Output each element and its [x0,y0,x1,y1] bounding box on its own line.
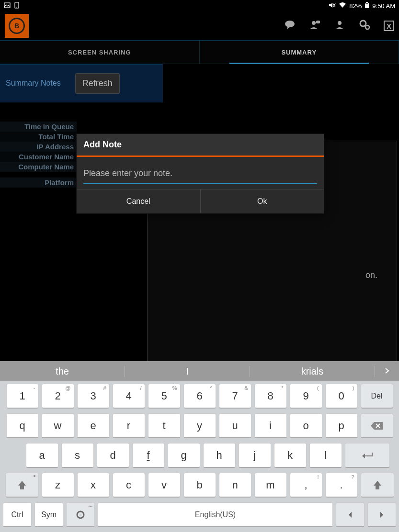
tabs: SCREEN SHARING SUMMARY [0,40,399,64]
key-i[interactable]: i [254,413,287,438]
key-h[interactable]: h [203,443,236,468]
key-3[interactable]: 3# [77,384,110,409]
clock-time: 9:50 AM [372,2,395,10]
person-badge-icon[interactable] [309,20,320,33]
key-l[interactable]: l [309,443,342,468]
key-2[interactable]: 2@ [42,384,74,409]
key-o[interactable]: o [290,413,322,438]
modal-title: Add Note [77,134,324,157]
key-del[interactable]: Del [361,384,393,409]
key-d[interactable]: d [97,443,129,468]
cancel-button[interactable]: Cancel [77,189,201,213]
key-y[interactable]: y [183,413,216,438]
close-button[interactable]: X [384,21,394,31]
settings-icon[interactable] [359,20,370,33]
key-1[interactable]: 1- [6,384,39,409]
summary-notes-label: Summary Notes [6,79,61,88]
mute-icon [328,2,336,10]
battery-percent: 82% [349,2,362,10]
add-note-modal: Add Note Cancel Ok [76,133,324,214]
key-shift-left[interactable] [5,473,39,498]
label-platform: Platform [45,178,74,187]
key-t[interactable]: t [148,413,181,438]
key-period[interactable]: .? [325,473,358,498]
key-settings[interactable]: ••• [66,502,95,527]
key-0[interactable]: 0) [325,384,358,409]
ok-button[interactable]: Ok [201,189,324,213]
tab-summary[interactable]: SUMMARY [200,41,399,64]
key-x[interactable]: x [77,473,110,498]
key-shift-right[interactable] [361,473,394,498]
key-z[interactable]: z [42,473,74,498]
svg-rect-7 [365,3,368,4]
suggestion-bar: the I krials [0,361,399,381]
key-v[interactable]: v [148,473,181,498]
key-c[interactable]: c [113,473,145,498]
label-customer-name: Customer Name [19,153,74,161]
svg-point-8 [285,21,295,27]
suggestion-2[interactable]: I [125,366,250,377]
key-right[interactable] [367,502,396,527]
key-k[interactable]: k [274,443,307,468]
key-enter[interactable] [345,443,390,468]
tab-screen-sharing[interactable]: SCREEN SHARING [0,41,200,64]
key-n[interactable]: n [219,473,251,498]
label-total-time: Total Time [38,133,74,141]
key-sym[interactable]: Sym [34,502,63,527]
suggestion-3[interactable]: krials [250,366,375,377]
key-r[interactable]: r [113,413,145,438]
label-computer-name: Computer Name [18,163,74,171]
key-9[interactable]: 9( [290,384,322,409]
key-w[interactable]: w [42,413,74,438]
key-p[interactable]: p [325,413,358,438]
chat-icon[interactable] [284,20,296,33]
app-header: B X [0,11,399,40]
key-e[interactable]: e [77,413,110,438]
key-s[interactable]: s [61,443,94,468]
note-input[interactable] [83,166,317,184]
svg-point-9 [312,21,316,25]
suggestion-expand-icon[interactable] [375,366,399,377]
svg-point-2 [16,7,17,8]
key-4[interactable]: 4/ [113,384,145,409]
person-icon[interactable] [334,20,345,33]
svg-point-19 [80,513,82,516]
device-icon [13,2,20,10]
key-m[interactable]: m [254,473,287,498]
image-icon [4,2,11,10]
svg-point-13 [362,22,364,24]
svg-point-15 [367,26,368,28]
key-f[interactable]: f [132,443,165,468]
label-time-in-queue: Time in Queue [24,122,74,131]
key-5[interactable]: 5% [148,384,181,409]
key-7[interactable]: 7& [219,384,251,409]
key-b[interactable]: b [183,473,216,498]
app-logo[interactable]: B [5,14,29,38]
summary-notes-bar: Summary Notes Refresh [0,64,163,102]
key-8[interactable]: 8* [254,384,287,409]
keyboard: the I krials 1-2@3#4/5%6^7&8*9(0)Del qwe… [0,361,399,532]
key-left[interactable] [336,502,365,527]
refresh-button[interactable]: Refresh [75,73,120,94]
key-space[interactable]: English(US) [98,502,333,527]
key-6[interactable]: 6^ [183,384,216,409]
key-j[interactable]: j [239,443,271,468]
notes-panel-text: on. [365,270,377,280]
key-comma[interactable]: ,! [290,473,322,498]
key-u[interactable]: u [219,413,251,438]
svg-rect-0 [4,3,10,8]
session-details: Time in Queue Total Time IP Address Cust… [0,122,77,188]
svg-rect-10 [316,21,320,23]
key-q[interactable]: q [6,413,39,438]
status-bar: 82% 9:50 AM [0,0,399,11]
key-backspace[interactable] [361,413,393,438]
key-a[interactable]: a [26,443,58,468]
svg-point-11 [338,21,342,25]
key-ctrl[interactable]: Ctrl [3,502,32,527]
label-ip-address: IP Address [36,143,74,151]
wifi-icon [339,2,346,10]
suggestion-1[interactable]: the [0,366,125,377]
svg-rect-6 [366,2,368,3]
battery-icon [365,2,369,10]
key-g[interactable]: g [168,443,200,468]
